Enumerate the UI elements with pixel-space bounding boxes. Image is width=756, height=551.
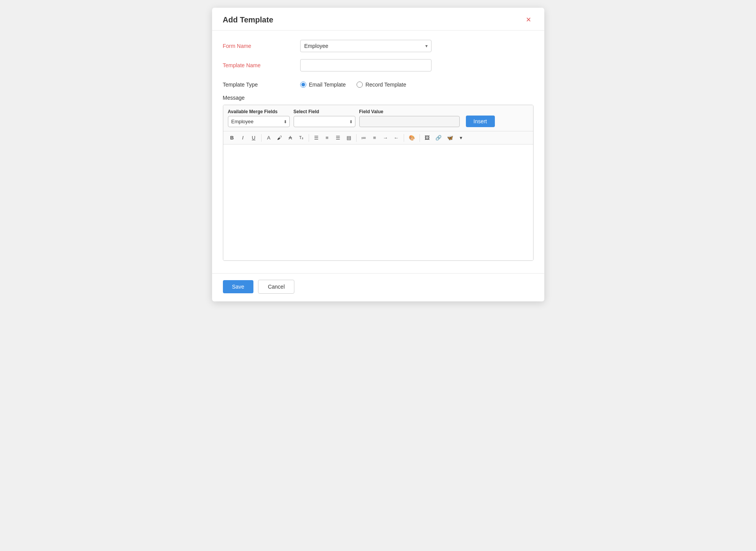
table-dropdown-button[interactable]: ▾ bbox=[456, 134, 466, 142]
bullet-list-icon: ≔ bbox=[361, 135, 366, 140]
font-color-button[interactable]: A bbox=[264, 134, 274, 142]
modal-footer: Save Cancel bbox=[212, 273, 544, 301]
record-template-radio[interactable] bbox=[357, 82, 363, 88]
bold-button[interactable]: B bbox=[227, 134, 237, 142]
email-template-label: Email Template bbox=[309, 82, 346, 88]
editor-toolbar: B I U A 🖌 A T₂ bbox=[223, 131, 533, 145]
select-field-col: Select Field bbox=[294, 109, 355, 127]
toolbar-sep-4 bbox=[404, 134, 404, 142]
toolbar-sep-2 bbox=[309, 134, 309, 142]
select-field-label: Select Field bbox=[294, 109, 355, 114]
toolbar-sep-5 bbox=[420, 134, 420, 142]
align-center-icon: ≡ bbox=[326, 135, 329, 140]
form-name-select[interactable]: Employee bbox=[300, 40, 432, 52]
paint-format-icon: 🎨 bbox=[409, 135, 415, 140]
modal-body: Form Name Employee Template Name Templat… bbox=[212, 31, 544, 273]
strikethrough-icon: A bbox=[289, 135, 292, 140]
template-type-row: Template Type Email Template Record Temp… bbox=[223, 78, 533, 88]
image-button[interactable]: 🖼 bbox=[422, 134, 432, 142]
indent-button[interactable]: → bbox=[381, 134, 391, 142]
underline-button[interactable]: U bbox=[249, 134, 259, 142]
align-right-button[interactable]: ☰ bbox=[333, 134, 343, 142]
field-value-label: Field Value bbox=[359, 109, 460, 114]
email-template-option[interactable]: Email Template bbox=[300, 82, 346, 88]
align-justify-button[interactable]: ▤ bbox=[344, 134, 354, 142]
modal-header: Add Template × bbox=[212, 8, 544, 31]
toolbar-sep-1 bbox=[261, 134, 262, 142]
save-button[interactable]: Save bbox=[223, 280, 254, 293]
subscript-button[interactable]: T₂ bbox=[296, 134, 306, 141]
select-field-select-wrapper bbox=[294, 116, 355, 127]
subscript-icon: T₂ bbox=[299, 136, 303, 140]
available-merge-select[interactable]: Employee bbox=[228, 116, 290, 127]
numbered-list-icon: ≡ bbox=[373, 135, 376, 140]
align-center-button[interactable]: ≡ bbox=[322, 134, 332, 142]
field-value-col: Field Value bbox=[359, 109, 460, 127]
close-button[interactable]: × bbox=[524, 15, 533, 25]
indent-icon: → bbox=[383, 135, 388, 140]
template-type-radio-group: Email Template Record Template bbox=[300, 78, 533, 88]
select-field-select[interactable] bbox=[294, 116, 355, 127]
align-left-icon: ☰ bbox=[314, 135, 319, 140]
form-name-control: Employee bbox=[300, 40, 533, 52]
record-template-label: Record Template bbox=[365, 82, 406, 88]
align-left-button[interactable]: ☰ bbox=[311, 134, 321, 142]
field-value-input[interactable] bbox=[359, 116, 460, 127]
template-name-control bbox=[300, 59, 533, 71]
table-dropdown-icon: ▾ bbox=[460, 135, 462, 140]
paint-format-button[interactable]: 🎨 bbox=[406, 134, 417, 142]
template-type-label: Template Type bbox=[223, 78, 300, 88]
email-template-radio[interactable] bbox=[300, 82, 306, 88]
cancel-button[interactable]: Cancel bbox=[258, 280, 294, 294]
link-button[interactable]: 🔗 bbox=[433, 134, 444, 142]
strikethrough-button[interactable]: A bbox=[285, 134, 296, 142]
template-type-control: Email Template Record Template bbox=[300, 78, 533, 88]
modal-title: Add Template bbox=[223, 15, 274, 24]
link-icon: 🔗 bbox=[435, 135, 442, 140]
record-template-option[interactable]: Record Template bbox=[357, 82, 406, 88]
align-right-icon: ☰ bbox=[336, 135, 340, 140]
outdent-button[interactable]: ← bbox=[391, 134, 401, 142]
font-color-icon: A bbox=[267, 135, 270, 140]
table-button[interactable]: 🦋 bbox=[445, 134, 455, 142]
align-justify-icon: ▤ bbox=[347, 135, 351, 140]
toolbar-sep-3 bbox=[356, 134, 357, 142]
editor-content-area[interactable] bbox=[223, 145, 533, 260]
table-icon: 🦋 bbox=[447, 135, 453, 140]
outdent-icon: ← bbox=[394, 135, 399, 140]
template-name-input[interactable] bbox=[300, 59, 432, 71]
insert-button[interactable]: Insert bbox=[466, 116, 495, 127]
italic-button[interactable]: I bbox=[238, 134, 248, 142]
available-merge-select-wrapper: Employee bbox=[228, 116, 290, 127]
image-icon: 🖼 bbox=[425, 135, 430, 140]
numbered-list-button[interactable]: ≡ bbox=[370, 134, 380, 142]
available-merge-fields-label: Available Merge Fields bbox=[228, 109, 290, 114]
message-editor: Available Merge Fields Employee Select F… bbox=[223, 105, 533, 261]
form-name-label: Form Name bbox=[223, 40, 300, 49]
available-merge-fields-col: Available Merge Fields Employee bbox=[228, 109, 290, 127]
template-name-row: Template Name bbox=[223, 59, 533, 71]
form-name-select-wrapper: Employee bbox=[300, 40, 432, 52]
bullet-list-button[interactable]: ≔ bbox=[359, 134, 369, 142]
add-template-modal: Add Template × Form Name Employee Templa… bbox=[212, 8, 544, 301]
template-name-label: Template Name bbox=[223, 59, 300, 68]
merge-fields-bar: Available Merge Fields Employee Select F… bbox=[223, 105, 533, 131]
message-section: Message Available Merge Fields Employee … bbox=[223, 95, 533, 261]
highlight-button[interactable]: 🖌 bbox=[275, 134, 285, 142]
message-label: Message bbox=[223, 95, 533, 101]
form-name-row: Form Name Employee bbox=[223, 40, 533, 52]
highlight-icon: 🖌 bbox=[277, 135, 282, 140]
